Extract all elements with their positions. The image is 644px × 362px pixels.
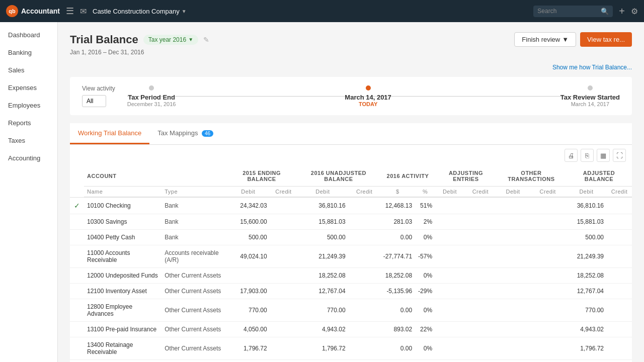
row-unadj-credit-3	[349, 245, 380, 267]
view-tax-button[interactable]: View tax re...	[580, 32, 632, 47]
timeline-point-label-2: Tax Review Started	[560, 94, 620, 101]
table-row: 10300 Savings Bank 15,600.00 15,881.03 2…	[70, 214, 632, 229]
view-activity-select[interactable]: All	[82, 95, 106, 107]
row-2015-debit-4	[226, 267, 270, 283]
add-button[interactable]: +	[619, 6, 625, 17]
sidebar-item-reports[interactable]: Reports	[0, 114, 57, 132]
view-activity-label: View activity	[82, 85, 115, 92]
row-checkbox-3[interactable]	[70, 245, 84, 267]
timeline-dot-1	[366, 85, 371, 90]
row-checkbox-9[interactable]	[70, 359, 84, 362]
row-type-2: Bank	[162, 229, 226, 245]
company-selector[interactable]: Castle Construction Company ▼	[93, 8, 187, 15]
row-2015-credit-6	[270, 299, 297, 321]
export-icon[interactable]: ⎘	[581, 149, 594, 162]
row-2015-credit-0	[270, 197, 297, 214]
hamburger-icon[interactable]: ☰	[66, 6, 74, 17]
row-name-0: 10100 Checking	[84, 197, 162, 214]
row-name-5: 12100 Inventory Asset	[84, 283, 162, 299]
row-2015-credit-9	[270, 359, 297, 362]
row-adj-debit-2	[435, 229, 464, 245]
row-bal-debit-2: 500.00	[566, 229, 607, 245]
tab-working-label: Working Trial Balance	[78, 129, 141, 137]
timeline-point-sub-2: March 14, 2017	[571, 101, 609, 107]
row-unadj-debit-6: 770.00	[297, 299, 349, 321]
row-adj-debit-4	[435, 267, 464, 283]
other-transactions-group-header: OTHER TRANSACTIONS	[497, 166, 566, 187]
row-2015-credit-7	[270, 321, 297, 337]
timeline: Tax Period End December 31, 2016 March 1…	[127, 85, 620, 107]
timeline-point-sub-0: December 31, 2016	[127, 101, 176, 107]
col-type-header: Type	[162, 187, 226, 198]
row-checkbox-1[interactable]	[70, 214, 84, 229]
row-checkbox-6[interactable]	[70, 299, 84, 321]
col-activity-pct-header: %	[415, 187, 435, 198]
row-checkbox-0[interactable]: ✓	[70, 197, 84, 214]
row-adj-credit-0	[464, 197, 497, 214]
row-type-7: Other Current Assets	[162, 321, 226, 337]
adjusting-group-header: ADJUSTING ENTRIES	[435, 166, 497, 187]
row-checkbox-4[interactable]	[70, 267, 84, 283]
row-act-dollar-9: 0.00	[380, 359, 415, 362]
timeline-label-0: Tax Period End December 31, 2016	[127, 94, 176, 107]
account-group-header: ACCOUNT	[84, 166, 226, 187]
sidebar-item-employees[interactable]: Employees	[0, 97, 57, 114]
row-other-debit-8	[497, 337, 530, 359]
sidebar-item-banking[interactable]: Banking	[0, 44, 57, 61]
row-unadj-credit-8	[349, 337, 380, 359]
tabs-section: Working Trial Balance Tax Mappings 46	[70, 123, 632, 145]
sidebar-item-taxes[interactable]: Taxes	[0, 132, 57, 149]
row-unadj-debit-1: 15,881.03	[297, 214, 349, 229]
tax-year-badge[interactable]: Tax year 2016 ▼	[143, 35, 198, 45]
row-2015-debit-7: 4,050.00	[226, 321, 270, 337]
search-input[interactable]	[537, 8, 598, 15]
row-checkbox-2[interactable]	[70, 229, 84, 245]
table-container: 🖨 ⎘ ▦ ⛶ ACCOUNT 2015 ENDING BALANCE 2016…	[70, 145, 632, 362]
row-act-pct-8: 0%	[415, 337, 435, 359]
row-act-dollar-8: 0.00	[380, 337, 415, 359]
checkbox-col-header	[70, 166, 84, 197]
table-row: 13100 Pre-paid Insurance Other Current A…	[70, 321, 632, 337]
fullscreen-icon[interactable]: ⛶	[613, 149, 626, 162]
finish-review-button[interactable]: Finish review ▼	[514, 32, 576, 47]
sidebar-item-dashboard[interactable]: Dashboard	[0, 26, 57, 44]
tax-mappings-badge: 46	[202, 130, 213, 137]
row-unadj-credit-5	[349, 283, 380, 299]
row-act-pct-7: 22%	[415, 321, 435, 337]
sidebar-item-accounting[interactable]: Accounting	[0, 149, 57, 167]
logo-icon: qb	[6, 5, 18, 17]
row-unadj-debit-3: 21,249.39	[297, 245, 349, 267]
row-2015-debit-1: 15,600.00	[226, 214, 270, 229]
columns-icon[interactable]: ▦	[597, 149, 610, 162]
row-unadj-debit-2: 500.00	[297, 229, 349, 245]
row-adj-credit-4	[464, 267, 497, 283]
row-unadj-credit-6	[349, 299, 380, 321]
page-title: Trial Balance	[70, 33, 138, 46]
row-type-6: Other Current Assets	[162, 299, 226, 321]
date-range: Jan 1, 2016 – Dec 31, 2016	[70, 49, 632, 56]
print-icon[interactable]: 🖨	[565, 149, 578, 162]
row-type-1: Bank	[162, 214, 226, 229]
tab-tax-mappings[interactable]: Tax Mappings 46	[149, 123, 221, 144]
sidebar-item-sales[interactable]: Sales	[0, 61, 57, 79]
row-unadj-credit-7	[349, 321, 380, 337]
settings-button[interactable]: ⚙	[631, 7, 638, 16]
tax-year-label: Tax year 2016	[148, 36, 186, 43]
edit-icon[interactable]: ✎	[203, 36, 209, 44]
table-row: 11000 Accounts Receivable Accounts recei…	[70, 245, 632, 267]
row-checkbox-5[interactable]	[70, 283, 84, 299]
row-name-1: 10300 Savings	[84, 214, 162, 229]
row-other-debit-7	[497, 321, 530, 337]
table-row: 15000 Furniture and Equipment Fixed Asse…	[70, 359, 632, 362]
row-checkbox-7[interactable]	[70, 321, 84, 337]
row-act-pct-3: -57%	[415, 245, 435, 267]
row-unadj-debit-0: 36,810.16	[297, 197, 349, 214]
row-checkbox-8[interactable]	[70, 337, 84, 359]
tab-working-trial-balance[interactable]: Working Trial Balance	[70, 123, 149, 144]
mail-icon[interactable]: ✉	[80, 7, 87, 16]
row-other-debit-1	[497, 214, 530, 229]
row-bal-debit-6: 770.00	[566, 299, 607, 321]
sidebar-item-expenses[interactable]: Expenses	[0, 79, 57, 97]
row-bal-debit-0: 36,810.16	[566, 197, 607, 214]
help-link[interactable]: Show me how Trial Balance...	[70, 64, 632, 71]
